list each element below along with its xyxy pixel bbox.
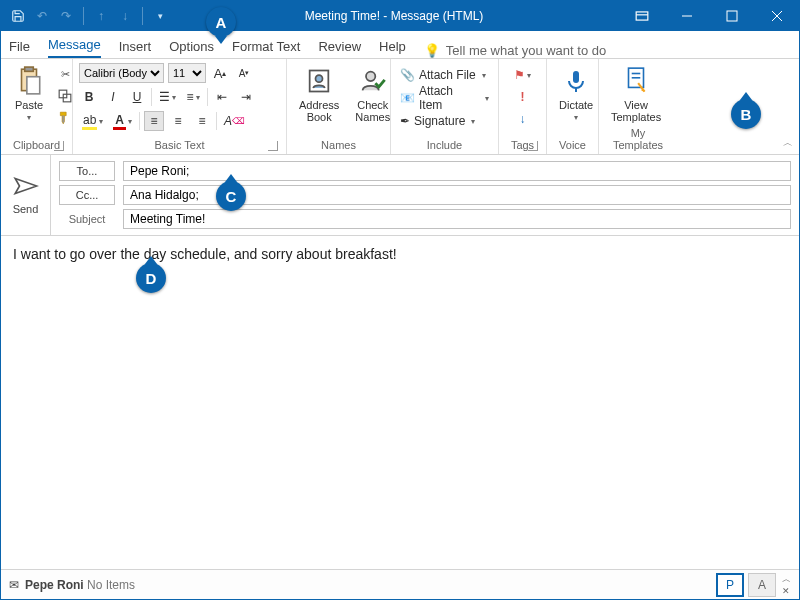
- dictate-label: Dictate: [559, 99, 593, 111]
- cc-button[interactable]: Cc...: [59, 185, 115, 205]
- save-icon[interactable]: [9, 7, 27, 25]
- format-painter-icon[interactable]: [55, 109, 75, 127]
- status-bar: ✉ Pepe Roni No Items P A ︿ ✕: [1, 569, 799, 599]
- next-icon[interactable]: ↓: [116, 7, 134, 25]
- low-importance-icon[interactable]: ↓: [513, 109, 533, 129]
- attach-file-button[interactable]: 📎Attach File: [397, 65, 489, 85]
- group-voice: Dictate ▾ Voice: [547, 59, 599, 154]
- dictate-button[interactable]: Dictate ▾: [553, 63, 599, 124]
- group-tags-label: Tags: [505, 137, 540, 154]
- group-templates: View Templates My Templates: [599, 59, 677, 154]
- check-names-button[interactable]: Check Names: [349, 63, 396, 125]
- group-basic-text-label: Basic Text: [79, 137, 280, 154]
- prev-icon[interactable]: ↑: [92, 7, 110, 25]
- group-tags: ⚑ ! ↓ Tags: [499, 59, 547, 154]
- group-include-label: Include: [397, 137, 492, 154]
- message-body-text: I want to go over the day schedule, and …: [13, 246, 397, 262]
- grow-font-icon[interactable]: A▴: [210, 63, 230, 83]
- group-names: Address Book Check Names Names: [287, 59, 391, 154]
- qat-customize-icon[interactable]: ▾: [151, 7, 169, 25]
- increase-indent-icon[interactable]: ⇥: [236, 87, 256, 107]
- address-book-label: Address Book: [299, 99, 339, 123]
- align-center-icon[interactable]: ≡: [168, 111, 188, 131]
- svg-rect-0: [636, 12, 648, 20]
- ribbon: Paste ▾ ✂ Clipboard Calibri (Body) 11 A▴…: [1, 59, 799, 155]
- basic-text-launcher-icon[interactable]: [268, 141, 278, 151]
- ribbon-display-icon[interactable]: [619, 1, 664, 31]
- font-select[interactable]: Calibri (Body): [79, 63, 164, 83]
- follow-up-flag-icon[interactable]: ⚑: [511, 65, 534, 85]
- cut-icon[interactable]: ✂: [55, 65, 75, 83]
- italic-button[interactable]: I: [103, 87, 123, 107]
- people-pane-a-button[interactable]: A: [748, 573, 776, 597]
- paperclip-icon: 📎: [400, 68, 415, 82]
- microphone-icon: [560, 65, 592, 97]
- status-name: Pepe Roni No Items: [25, 578, 135, 592]
- tell-me-label: Tell me what you want to do: [446, 43, 606, 58]
- close-icon[interactable]: [754, 1, 799, 31]
- decrease-indent-icon[interactable]: ⇤: [212, 87, 232, 107]
- check-names-icon: [357, 65, 389, 97]
- signature-button[interactable]: ✒Signature: [397, 111, 478, 131]
- titlebar: ↶ ↷ ↑ ↓ ▾ Meeting Time! - Message (HTML): [1, 1, 799, 31]
- attach-item-icon: 📧: [400, 91, 415, 105]
- attach-item-button[interactable]: 📧Attach Item: [397, 88, 492, 108]
- svg-point-13: [366, 72, 375, 81]
- tab-format-text[interactable]: Format Text: [232, 39, 300, 58]
- svg-rect-8: [27, 77, 40, 94]
- people-pane-p-button[interactable]: P: [716, 573, 744, 597]
- minimize-icon[interactable]: [664, 1, 709, 31]
- callout-c: C: [216, 181, 246, 211]
- high-importance-icon[interactable]: !: [513, 87, 533, 107]
- clipboard-launcher-icon[interactable]: [54, 141, 64, 151]
- tab-help[interactable]: Help: [379, 39, 406, 58]
- send-icon: [13, 176, 39, 199]
- expand-up-icon[interactable]: ︿: [782, 573, 791, 586]
- maximize-icon[interactable]: [709, 1, 754, 31]
- bullets-icon[interactable]: ☰: [156, 87, 179, 107]
- tab-options[interactable]: Options: [169, 39, 214, 58]
- address-book-icon: [303, 65, 335, 97]
- address-book-button[interactable]: Address Book: [293, 63, 345, 125]
- font-size-select[interactable]: 11: [168, 63, 206, 83]
- align-left-icon[interactable]: ≡: [144, 111, 164, 131]
- align-right-icon[interactable]: ≡: [192, 111, 212, 131]
- tab-file[interactable]: File: [9, 39, 30, 58]
- tab-message[interactable]: Message: [48, 37, 101, 58]
- callout-b: B: [731, 99, 761, 129]
- shrink-font-icon[interactable]: A▾: [234, 63, 254, 83]
- tab-review[interactable]: Review: [318, 39, 361, 58]
- view-templates-button[interactable]: View Templates: [605, 63, 667, 125]
- redo-icon[interactable]: ↷: [57, 7, 75, 25]
- tags-launcher-icon[interactable]: [528, 141, 538, 151]
- to-button[interactable]: To...: [59, 161, 115, 181]
- close-pane-icon[interactable]: ✕: [782, 586, 791, 596]
- copy-icon[interactable]: [55, 87, 75, 105]
- undo-icon[interactable]: ↶: [33, 7, 51, 25]
- paste-button[interactable]: Paste ▾: [7, 63, 51, 124]
- group-templates-label: My Templates: [605, 125, 671, 154]
- compose-header: Send To... Cc... Subject: [1, 155, 799, 236]
- group-basic-text: Calibri (Body) 11 A▴ A▾ B I U ☰ ≡ ⇤ ⇥: [73, 59, 287, 154]
- highlight-icon[interactable]: ab: [79, 111, 106, 131]
- underline-button[interactable]: U: [127, 87, 147, 107]
- to-field[interactable]: [123, 161, 791, 181]
- paste-label: Paste: [15, 99, 43, 111]
- send-label: Send: [13, 203, 39, 215]
- group-include: 📎Attach File 📧Attach Item ✒Signature Inc…: [391, 59, 499, 154]
- collapse-ribbon-icon[interactable]: ︿: [783, 136, 793, 150]
- numbering-icon[interactable]: ≡: [183, 87, 203, 107]
- bold-button[interactable]: B: [79, 87, 99, 107]
- ribbon-tabs: File Message Insert Options Format Text …: [1, 31, 799, 59]
- message-body[interactable]: I want to go over the day schedule, and …: [1, 236, 799, 486]
- tab-insert[interactable]: Insert: [119, 39, 152, 58]
- envelope-icon: ✉: [9, 578, 19, 592]
- window-title: Meeting Time! - Message (HTML): [169, 9, 619, 23]
- subject-field[interactable]: [123, 209, 791, 229]
- font-color-icon[interactable]: A: [110, 111, 135, 131]
- clear-formatting-icon[interactable]: A⌫: [221, 111, 248, 131]
- group-clipboard-label: Clipboard: [7, 137, 66, 154]
- callout-a: A: [206, 7, 236, 37]
- send-button[interactable]: Send: [1, 155, 51, 235]
- tell-me[interactable]: 💡 Tell me what you want to do: [424, 43, 606, 58]
